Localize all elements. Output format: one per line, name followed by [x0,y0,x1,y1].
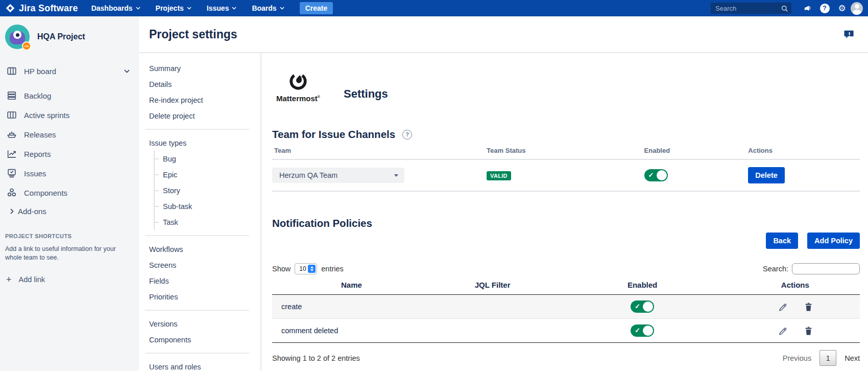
feedback-button[interactable] [844,29,855,40]
toggle-knob [643,326,653,336]
settings-nav-bug[interactable]: Bug [155,151,260,167]
sidebar-item-releases[interactable]: Releases [5,125,133,144]
sidebar-item-components[interactable]: Components [5,183,133,202]
create-button[interactable]: Create [300,2,333,14]
show-label: Show [272,265,291,273]
page-header: Project settings [139,16,868,53]
team-select-value: Herzum QA Team [279,171,337,179]
edit-policy-button[interactable] [778,326,787,336]
trash-icon [804,302,813,312]
policies-table: Name JQL Filter Enabled Actions create ✓ [272,277,860,343]
announcements-button[interactable] [799,0,816,16]
back-button[interactable]: Back [766,233,798,249]
project-settings-nav: Summary Details Re-index project Delete … [139,53,261,371]
col-enabled: Enabled [644,147,749,154]
team-select-dropdown[interactable]: Herzum QA Team [272,168,404,183]
nav-issues-label: Issues [207,4,229,12]
mattermost-header: Mattermost® Settings [276,72,860,103]
settings-nav-priorities[interactable]: Priorities [149,289,260,305]
nav-projects-label: Projects [156,4,184,12]
jira-logo[interactable]: Jira Software [5,3,78,14]
settings-nav-components[interactable]: Components [149,332,260,347]
col-actions[interactable]: Actions [731,281,860,289]
sidebar-item-issues[interactable]: Issues [5,164,133,183]
help-button[interactable]: ? [816,0,833,16]
settings-nav-workflows[interactable]: Workflows [149,241,260,257]
previous-page-button[interactable]: Previous [783,354,811,362]
feedback-icon [844,29,855,40]
next-page-button[interactable]: Next [845,354,860,362]
sidebar-item-label: Backlog [24,91,51,100]
nav-projects[interactable]: Projects [156,4,191,12]
sidebar-item-board[interactable]: HP board [5,61,133,81]
nav-dashboards[interactable]: Dashboards [91,4,140,12]
pencil-icon [778,302,787,312]
search-input[interactable] [715,5,781,12]
delete-team-button[interactable]: Delete [748,167,785,183]
team-enabled-toggle[interactable]: ✓ [644,169,668,181]
sidebar-item-label: Issues [24,169,46,178]
project-sidebar: <> HQA Project HP board Backlog Active s… [0,16,139,371]
pencil-icon [778,326,787,336]
col-enabled[interactable]: Enabled [554,281,730,289]
chevron-down-icon[interactable] [124,69,130,73]
jira-logo-icon [5,3,15,13]
plus-icon: + [6,275,12,284]
board-label: HP board [24,67,56,76]
sidebar-item-label: Active sprints [24,111,69,120]
team-section-title: Team for Issue Channels [272,128,395,141]
backlog-icon [6,90,17,101]
settings-nav-versions[interactable]: Versions [149,316,260,332]
settings-nav-fields[interactable]: Fields [149,273,260,289]
delete-policy-button[interactable] [804,302,813,312]
settings-nav-summary[interactable]: Summary [149,60,260,76]
policy-row: create ✓ [272,295,860,319]
help-circle-icon[interactable]: ? [402,130,412,140]
col-actions: Actions [748,147,860,154]
status-badge: VALID [487,171,511,180]
caret-down-icon [394,174,398,177]
settings-nav-epic[interactable]: Epic [155,167,260,182]
policy-enabled-toggle[interactable]: ✓ [631,300,654,313]
divider [145,129,249,130]
profile-button[interactable] [851,0,868,16]
delete-policy-button[interactable] [804,326,813,336]
sidebar-item-backlog[interactable]: Backlog [5,86,133,105]
settings-nav-users-roles[interactable]: Users and roles [149,359,260,371]
settings-nav-details[interactable]: Details [149,76,260,92]
add-link-button[interactable]: + Add link [5,275,133,284]
project-header[interactable]: <> HQA Project [5,25,133,49]
settings-nav-reindex[interactable]: Re-index project [149,92,260,108]
edit-policy-button[interactable] [778,302,787,312]
settings-button[interactable]: ⚙ [833,0,851,16]
jira-logo-text: Jira Software [19,3,78,14]
plugin-settings-title: Settings [344,87,388,103]
sidebar-item-active-sprints[interactable]: Active sprints [5,105,133,125]
nav-issues[interactable]: Issues [207,4,237,12]
col-name[interactable]: Name [272,281,431,289]
table-search-label: Search: [763,265,788,273]
settings-nav-delete-project[interactable]: Delete project [149,108,260,124]
nav-boards[interactable]: Boards [252,4,284,12]
sidebar-item-reports[interactable]: Reports [5,144,133,164]
page-size-select[interactable]: 10 [295,263,317,274]
toggle-knob [657,170,667,180]
settings-nav-screens[interactable]: Screens [149,257,260,273]
gear-icon: ⚙ [838,4,846,13]
settings-nav-issue-types[interactable]: Issue types [149,135,260,151]
settings-nav-story[interactable]: Story [155,182,260,198]
sidebar-item-addons[interactable]: Add-ons [5,202,133,220]
sidebar-item-label: Reports [24,150,51,158]
add-policy-button[interactable]: Add Policy [807,233,860,249]
policy-enabled-toggle[interactable]: ✓ [631,324,654,337]
settings-nav-task[interactable]: Task [155,214,260,230]
table-search-input[interactable] [792,263,860,274]
settings-nav-subtask[interactable]: Sub-task [155,198,260,214]
settings-content: Mattermost® Settings Team for Issue Chan… [261,53,868,371]
table-controls: Show 10 entries Search: [272,263,860,274]
col-jql-filter[interactable]: JQL Filter [431,281,554,289]
entries-label: entries [321,265,344,273]
chart-icon [6,148,17,159]
page-number-button[interactable]: 1 [819,350,836,366]
policy-name: comment deleted [272,327,431,335]
